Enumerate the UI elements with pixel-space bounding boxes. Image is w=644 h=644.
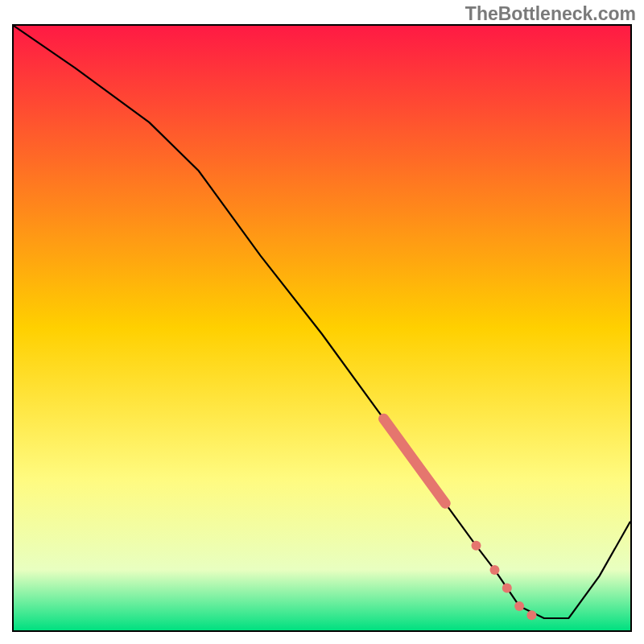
highlight-point-1: [489, 565, 499, 575]
highlight-point-4: [526, 610, 536, 620]
chart-container: TheBottleneck.com: [0, 0, 644, 644]
gradient-background: [14, 26, 630, 630]
highlight-point-3: [514, 601, 524, 611]
highlight-point-0: [472, 541, 481, 551]
highlight-point-2: [502, 583, 512, 592]
watermark-text: TheBottleneck.com: [465, 3, 636, 25]
chart-svg: [14, 26, 630, 630]
plot-area: [12, 24, 632, 632]
